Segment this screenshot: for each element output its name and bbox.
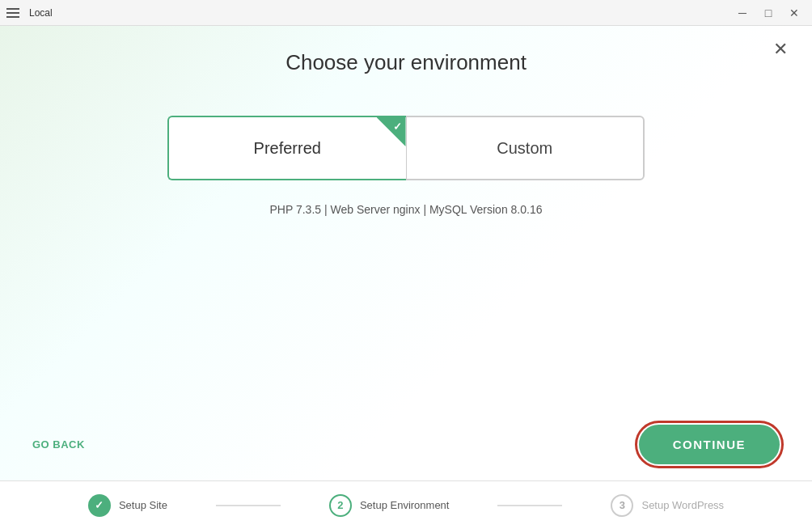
- dialog-title: Choose your environment: [285, 50, 527, 75]
- environment-info: PHP 7.3.5 | Web Server nginx | MySQL Ver…: [270, 203, 543, 216]
- check-icon: ✓: [393, 121, 402, 133]
- step-1-circle: ✓: [88, 494, 111, 517]
- main-container: ✕ Choose your environment Preferred ✓ Cu…: [0, 26, 812, 529]
- environment-options: Preferred ✓ Custom: [167, 116, 645, 180]
- step-setup-site: ✓ Setup Site: [88, 494, 167, 517]
- window-controls: ─ □ ✕: [731, 2, 806, 24]
- step-connector-1: [216, 505, 281, 506]
- close-dialog-button[interactable]: ✕: [773, 40, 788, 58]
- option-preferred[interactable]: Preferred ✓: [167, 116, 406, 180]
- step-3-label: Setup WordPress: [641, 499, 724, 511]
- step-setup-wordpress: 3 Setup WordPress: [611, 494, 724, 517]
- footer-actions: GO BACK CONTINUE: [0, 425, 812, 480]
- step-2-label: Setup Environment: [360, 499, 450, 511]
- close-window-button[interactable]: ✕: [783, 2, 806, 24]
- option-custom[interactable]: Custom: [406, 116, 645, 180]
- step-1-label: Setup Site: [119, 499, 167, 511]
- dialog: ✕ Choose your environment Preferred ✓ Cu…: [0, 26, 812, 425]
- step-connector-2: [497, 505, 562, 506]
- option-preferred-label: Preferred: [254, 139, 321, 158]
- continue-button[interactable]: CONTINUE: [639, 425, 780, 464]
- titlebar: Local ─ □ ✕: [0, 0, 812, 26]
- go-back-button[interactable]: GO BACK: [32, 438, 85, 451]
- maximize-button[interactable]: □: [757, 2, 780, 24]
- app-title: Local: [29, 7, 731, 19]
- step-setup-environment: 2 Setup Environment: [329, 494, 450, 517]
- step-2-circle: 2: [329, 494, 352, 517]
- minimize-button[interactable]: ─: [731, 2, 754, 24]
- option-custom-label: Custom: [497, 139, 552, 158]
- menu-icon[interactable]: [6, 6, 21, 20]
- step-3-circle: 3: [611, 494, 633, 517]
- stepper: ✓ Setup Site 2 Setup Environment 3 Setup…: [0, 480, 812, 529]
